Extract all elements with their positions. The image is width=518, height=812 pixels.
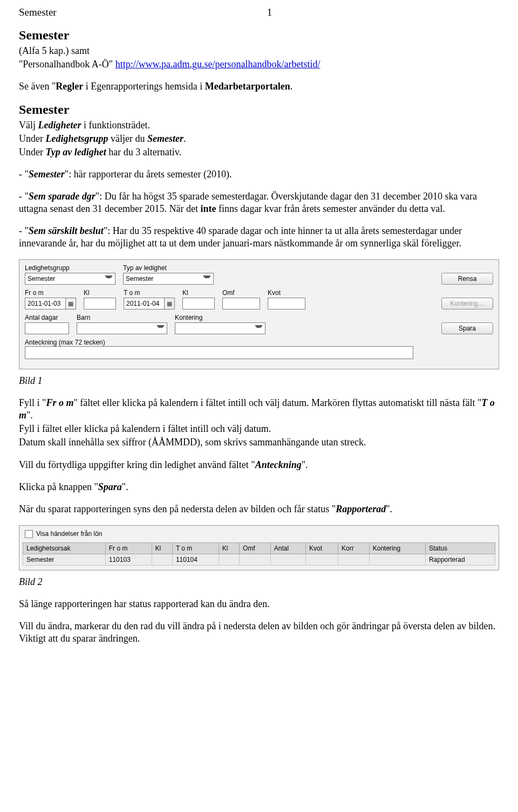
p-fill-field: Fyll i fältet eller klicka på kalendern …	[19, 423, 499, 435]
select-typ[interactable]: Semester	[123, 273, 214, 285]
checkbox-visa-handelser[interactable]: Visa händelser från lön	[23, 530, 495, 538]
p-date-format: Datum skall innehålla sex siffror (ÅÅMMD…	[19, 436, 499, 449]
field-omf: Omf	[222, 289, 260, 309]
label-antal: Antal dagar	[25, 314, 69, 321]
label-kl2: Kl	[182, 289, 215, 297]
chevron-down-icon	[255, 325, 263, 332]
header-title: Semester	[19, 6, 57, 18]
field-kontering: Kontering	[175, 314, 265, 334]
th-kl2: Kl	[219, 542, 239, 554]
intro-se-aven: Se även "Regler i Egenrapporterings hems…	[19, 80, 499, 93]
select-ledighetsgrupp[interactable]: Semester	[25, 273, 115, 285]
label-kl1: Kl	[84, 289, 116, 297]
caption-bild-1: Bild 1	[19, 375, 499, 387]
field-tom: T o m 2011-01-04 ▦	[124, 289, 175, 309]
p-sarskilt-desc: - "Sem särskilt beslut": Har du 35 respe…	[19, 225, 499, 250]
document-header: Semester 1	[19, 6, 499, 18]
caption-bild-2: Bild 2	[19, 576, 499, 588]
th-from: Fr o m	[105, 542, 152, 554]
label-barn: Barn	[77, 314, 167, 321]
input-omf[interactable]	[222, 298, 260, 309]
label-anteckning: Anteckning (max 72 tecken)	[25, 339, 105, 346]
field-barn: Barn	[77, 314, 167, 334]
checkbox-icon	[25, 530, 33, 538]
checkbox-label: Visa händelser från lön	[36, 530, 103, 538]
field-kvot: Kvot	[268, 289, 305, 309]
th-tom: T o m	[172, 542, 219, 554]
chevron-down-icon	[203, 276, 211, 282]
intro-line1: (Alfa 5 kap.) samt	[19, 45, 499, 57]
input-tom[interactable]: 2011-01-04	[124, 298, 165, 309]
label-ledighetsgrupp: Ledighetsgrupp	[25, 264, 115, 272]
field-typ: Typ av ledighet Semester	[123, 264, 214, 285]
p-semester-desc: - "Semester": här rapporterar du årets s…	[19, 168, 499, 181]
table-row[interactable]: Semester 110103 110104 Rapporterad	[23, 554, 495, 565]
p-anteckning: Vill du förtydliga uppgifter kring din l…	[19, 459, 499, 471]
th-omf: Omf	[240, 542, 271, 554]
events-table-panel: Visa händelser från lön Ledighetsorsak F…	[19, 525, 499, 570]
heading-semester-2: Semester	[19, 102, 499, 117]
th-korr: Korr	[338, 542, 369, 554]
p-sparade-desc: - "Sem sparade dgr": Du får ha högst 35 …	[19, 190, 499, 215]
th-status: Status	[425, 542, 495, 554]
field-ledighetsgrupp: Ledighetsgrupp Semester	[25, 264, 115, 285]
field-from: Fr o m 2011-01-03 ▦	[25, 289, 76, 309]
select-kontering[interactable]	[175, 322, 265, 334]
input-kvot[interactable]	[268, 298, 305, 309]
field-kl1: Kl	[84, 289, 116, 309]
th-kvot: Kvot	[306, 542, 338, 554]
p-klicka-spara: Klicka på knappen "Spara".	[19, 481, 499, 493]
input-kl2[interactable]	[182, 298, 215, 309]
p-fill-from: Fyll i "Fr o m" fältet eller klicka på k…	[19, 397, 499, 422]
th-kl: Kl	[152, 542, 172, 554]
label-kvot: Kvot	[268, 289, 305, 297]
th-antal: Antal	[270, 542, 305, 554]
label-omf: Omf	[222, 289, 260, 297]
input-antal[interactable]	[25, 322, 69, 334]
calendar-icon[interactable]: ▦	[165, 298, 175, 309]
label-kontering: Kontering	[175, 314, 265, 321]
p-status-rapporterad: När du sparat rapporteringen syns den på…	[19, 503, 499, 515]
personalhandbok-link[interactable]: http://www.pa.adm.gu.se/personalhandbok/…	[115, 59, 321, 70]
field-kl2: Kl	[182, 289, 215, 309]
rensa-button[interactable]: Rensa	[441, 273, 493, 285]
label-from: Fr o m	[25, 289, 76, 297]
spara-button[interactable]: Spara	[441, 322, 493, 334]
calendar-icon[interactable]: ▦	[66, 298, 76, 309]
input-from[interactable]: 2011-01-03	[25, 298, 66, 309]
page-number: 1	[267, 6, 272, 18]
label-typ: Typ av ledighet	[123, 264, 214, 272]
th-ledighetsorsak: Ledighetsorsak	[23, 542, 106, 554]
field-antal: Antal dagar	[25, 314, 69, 334]
p-typ-av-ledighet: Under Typ av ledighet har du 3 alternati…	[19, 146, 499, 159]
heading-semester-1: Semester	[19, 28, 499, 43]
p-ledighetsgrupp: Under Ledighetsgrupp väljer du Semester.	[19, 133, 499, 145]
chevron-down-icon	[156, 325, 165, 332]
label-tom: T o m	[124, 289, 175, 297]
p-edit-instructions: Vill du ändra, markerar du den rad du vi…	[19, 620, 499, 645]
events-table: Ledighetsorsak Fr o m Kl T o m Kl Omf An…	[23, 542, 495, 566]
chevron-down-icon	[105, 276, 113, 282]
p-valj-ledigheter: Välj Ledigheter i funktionsträdet.	[19, 119, 499, 132]
input-kl1[interactable]	[84, 298, 116, 309]
table-header-row: Ledighetsorsak Fr o m Kl T o m Kl Omf An…	[23, 542, 495, 554]
select-barn[interactable]	[77, 322, 167, 334]
th-kontering: Kontering	[369, 542, 425, 554]
input-anteckning[interactable]	[25, 346, 413, 359]
leave-form-panel: Ledighetsgrupp Semester Typ av ledighet …	[19, 259, 499, 369]
intro-line2: "Personalhandbok A-Ö" http://www.pa.adm.…	[19, 58, 499, 71]
p-status-editable: Så länge rapporteringen har status rappo…	[19, 598, 499, 610]
kontering-button[interactable]: Kontering…	[441, 298, 493, 309]
